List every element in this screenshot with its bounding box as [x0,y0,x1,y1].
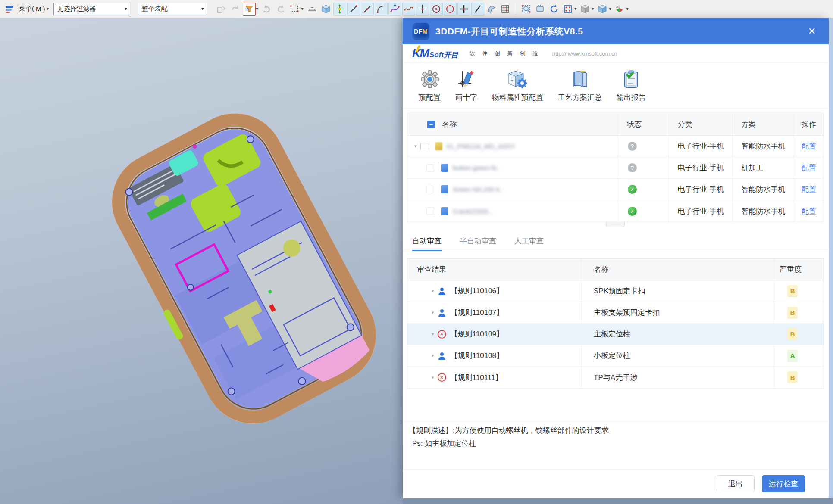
table-row[interactable]: ▾ 01_PN6134_MD_ASSY ? 电子行业-手机 智能防水手机 配置 [407,136,824,157]
circle-center-icon[interactable] [430,3,443,16]
run-check-button[interactable]: 运行检查 [762,475,805,492]
orient-view-icon[interactable] [613,3,626,16]
rule-failed-icon: ✕ [438,330,446,339]
redo-icon[interactable] [274,3,287,16]
circle-nodes-icon[interactable] [444,3,457,16]
dialog-title: 3DDFM-开目可制造性分析系统V8.5 [435,25,583,37]
line-tool2-icon[interactable] [361,3,374,16]
part-name-blurred: button-green-N.. [453,164,500,171]
studio-spline-icon[interactable] [388,3,401,16]
expand-caret-icon[interactable]: ▾ [432,375,434,380]
render-style-icon[interactable] [579,3,592,16]
sheet-body-icon[interactable] [485,3,498,16]
close-icon[interactable]: ✕ [805,25,818,38]
result-row[interactable]: ▾ 【规则110108】 小板定位柱 A [407,345,824,367]
expand-caret-icon[interactable]: ▾ [432,353,434,358]
tab-semi-auto-review[interactable]: 半自动审查 [460,231,496,251]
dfm-dialog: DFM 3DDFM-开目可制造性分析系统V8.5 ✕ KM Soft 开目 软 … [403,18,829,498]
move-component-icon[interactable] [229,3,242,16]
chevron-down-icon[interactable]: ▾ [609,6,611,11]
tab-manual-review[interactable]: 人工审查 [514,231,544,251]
table-row[interactable]: Green-N/L150-4.. ✓ 电子行业-手机 智能防水手机 配置 [407,179,824,200]
selection-filter-icon[interactable] [243,3,256,16]
phone-assembly-model [0,18,403,504]
chevron-down-icon[interactable]: ▾ [575,6,577,11]
datum-cube-icon[interactable] [319,3,332,16]
collapse-handle[interactable] [606,221,625,227]
config-table: –名称 状态 分类 方案 操作 ▾ 01_PN6134_MD_ASSY ? 电子… [407,113,824,222]
draw-cross-button[interactable]: 画十字 [455,69,477,103]
brand-url: http:// www.kmsoft.com.cn [552,50,617,57]
brand-tagline: 软 件 创 新 制 造 [470,50,541,57]
expand-caret-icon[interactable]: ▾ [432,310,434,315]
sketch-line-icon[interactable] [471,3,484,16]
dynamic-move-icon[interactable] [333,3,346,16]
point-tool-icon[interactable] [457,3,470,16]
status-unknown-icon: ? [628,142,637,151]
line-tool-icon[interactable] [347,3,360,16]
configure-link[interactable]: 配置 [802,184,816,194]
configure-link[interactable]: 配置 [802,206,816,216]
rule-description-line1: 【规则描述】:为方便使用自动螺丝机，锁螺丝部件的设计要求 [409,426,609,436]
menu-label: 菜单( [19,5,34,13]
review-tabs: 自动审查 半自动审查 人工审查 [403,231,829,251]
row-checkbox[interactable] [426,186,434,193]
process-plan-summary-button[interactable]: 工艺方案汇总 [558,69,602,103]
3d-viewport[interactable] [0,18,403,504]
pan-icon[interactable] [534,3,547,16]
chevron-down-icon[interactable]: ▾ [256,6,258,11]
undo-icon[interactable] [260,3,273,16]
expand-caret-icon[interactable]: ▾ [432,331,434,337]
select-all-checkbox[interactable]: – [427,121,435,128]
axis-tool-icon[interactable] [416,3,429,16]
output-report-button[interactable]: 输出报告 [617,69,646,103]
table-row[interactable]: Crank22333... ✓ 电子行业-手机 智能防水手机 配置 [407,200,824,222]
nx-toolbar: 菜单(M) ▾ 无选择过滤器 ▾ 整个装配 ▾ ▾ ▾ [0,0,833,18]
configure-link[interactable]: 配置 [802,141,816,151]
severity-badge: A [787,350,798,362]
selection-scope-dropdown[interactable]: 整个装配 ▾ [138,3,207,15]
part-icon [441,185,448,193]
report-check-icon [621,69,641,89]
fit-view-icon[interactable] [561,3,574,16]
row-checkbox[interactable] [420,143,428,150]
snap-point-icon[interactable] [306,3,319,16]
rotate-view-icon[interactable] [548,3,561,16]
chevron-down-icon[interactable]: ▾ [301,6,304,11]
expand-caret-icon[interactable]: ▾ [432,288,434,294]
divider [403,469,829,470]
result-row[interactable]: ▾ 【规则110106】 SPK预固定卡扣 B [407,280,824,302]
selection-filter-dropdown[interactable]: 无选择过滤器 ▾ [53,3,130,15]
shaded-view-icon[interactable] [596,3,609,16]
app-menu-icon[interactable] [3,3,16,16]
exit-button[interactable]: 退出 [717,475,755,492]
severity-badge: B [787,285,798,297]
box-gear-icon [508,69,528,89]
result-row-selected[interactable]: ▾ ✕ 【规则110109】 主板定位柱 B [407,324,824,345]
zoom-box-icon[interactable] [520,3,533,16]
configure-link[interactable]: 配置 [802,163,816,173]
row-checkbox[interactable] [426,207,434,215]
table-row[interactable]: button-green-N.. ? 电子行业-手机 机加工 配置 [407,157,824,179]
assembly-constraints-icon[interactable] [215,3,228,16]
result-row[interactable]: ▾ ✕ 【规则110111】 TP与A壳干涉 B [407,367,824,388]
gear-icon [420,69,440,89]
row-checkbox[interactable] [426,164,434,172]
rectangle-select-icon[interactable] [288,3,301,16]
dialog-titlebar[interactable]: DFM 3DDFM-开目可制造性分析系统V8.5 ✕ [403,18,829,44]
curve-tool-icon[interactable] [402,3,415,16]
part-icon [441,207,448,215]
menu-button[interactable]: 菜单(M) ▾ [19,5,49,13]
reviewer-user-icon [438,308,446,317]
tab-auto-review[interactable]: 自动审查 [412,231,442,251]
fillet-tool-icon[interactable] [375,3,388,16]
expand-caret-icon[interactable]: ▾ [414,143,417,149]
result-row[interactable]: ▾ 【规则110107】 主板支架预固定卡扣 B [407,302,824,324]
grid-face-icon[interactable] [499,3,512,16]
status-unknown-icon: ? [628,163,637,172]
chevron-down-icon[interactable]: ▾ [592,6,594,11]
material-preconfig-button[interactable]: 物料属性预配置 [492,69,543,103]
preconfig-button[interactable]: 预配置 [419,69,441,103]
chevron-down-icon[interactable]: ▾ [626,6,629,11]
part-icon [441,164,448,172]
